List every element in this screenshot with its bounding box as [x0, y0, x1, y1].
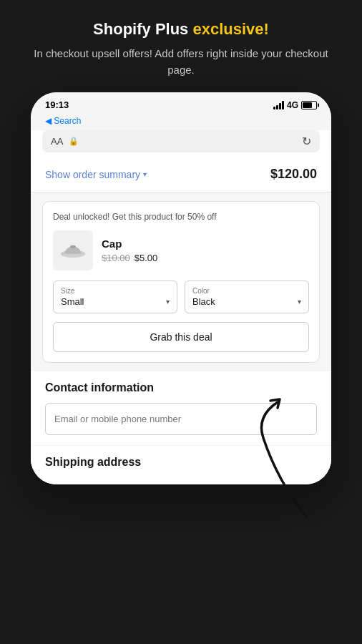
svg-point-1 — [70, 245, 76, 248]
network-label: 4G — [287, 100, 298, 110]
grab-deal-button[interactable]: Grab this deal — [53, 322, 309, 352]
lock-icon: 🔒 — [69, 137, 79, 146]
size-select[interactable]: Size Small ▾ — [53, 280, 177, 313]
product-name: Cap — [102, 238, 309, 250]
size-chevron-icon: ▾ — [166, 298, 170, 306]
deal-unlocked-text: Deal unlocked! Get this product for 50% … — [53, 212, 309, 222]
header-title-highlight: exclusive! — [192, 20, 268, 38]
color-label: Color — [192, 287, 301, 295]
color-select[interactable]: Color Black ▾ — [185, 280, 309, 313]
shipping-title: Shipping address — [45, 456, 317, 469]
header-subtitle: In checkout upsell offers! Add offers ri… — [21, 46, 341, 78]
show-summary-label: Show order summary — [45, 169, 140, 180]
browser-bar-left: AA 🔒 — [51, 136, 79, 147]
status-bar: 19:13 4G — [31, 92, 331, 113]
back-search-button[interactable]: ◀ Search — [45, 116, 81, 126]
cap-image-svg — [59, 238, 87, 263]
refresh-icon[interactable]: ↻ — [302, 135, 311, 148]
aa-text[interactable]: AA — [51, 136, 63, 147]
price-sale: $5.00 — [134, 253, 158, 263]
email-field[interactable] — [45, 403, 317, 435]
show-order-summary-button[interactable]: Show order summary ▾ — [45, 169, 147, 180]
header-title: Shopify Plus exclusive! — [21, 20, 341, 39]
deal-card: Deal unlocked! Get this product for 50% … — [42, 201, 320, 363]
contact-title: Contact information — [45, 381, 317, 394]
color-chevron-icon: ▾ — [298, 298, 301, 306]
battery-icon — [301, 101, 317, 109]
color-value: Black — [192, 296, 215, 307]
signal-bars-icon — [273, 101, 284, 109]
size-value: Small — [61, 296, 84, 307]
product-pricing: $10.00 $5.00 — [102, 253, 309, 263]
browser-bar[interactable]: AA 🔒 ↻ — [42, 130, 320, 152]
header-title-normal: Shopify Plus — [93, 20, 192, 38]
product-image — [53, 230, 93, 270]
shipping-section: Shipping address — [31, 446, 331, 484]
product-info: Cap $10.00 $5.00 — [102, 238, 309, 263]
promo-header: Shopify Plus exclusive! In checkout upse… — [0, 0, 362, 92]
deal-product-row: Cap $10.00 $5.00 — [53, 230, 309, 270]
color-value-row: Black ▾ — [192, 296, 301, 307]
size-label: Size — [61, 287, 170, 295]
phone-and-arrow: 19:13 4G ◀ Search AA 🔒 — [31, 92, 331, 484]
size-value-row: Small ▾ — [61, 296, 170, 307]
checkout-content: Show order summary ▾ $120.00 Deal unlock… — [31, 157, 331, 484]
phone-frame: 19:13 4G ◀ Search AA 🔒 — [31, 92, 331, 484]
order-total: $120.00 — [270, 167, 317, 182]
status-right: 4G — [273, 100, 317, 110]
contact-section: Contact information — [31, 371, 331, 445]
search-bar-row: ◀ Search — [31, 113, 331, 130]
order-summary-bar: Show order summary ▾ $120.00 — [31, 157, 331, 192]
price-original: $10.00 — [102, 253, 130, 263]
status-time: 19:13 — [45, 99, 69, 110]
deal-selects: Size Small ▾ Color Black ▾ — [53, 280, 309, 313]
chevron-down-icon: ▾ — [143, 170, 147, 178]
